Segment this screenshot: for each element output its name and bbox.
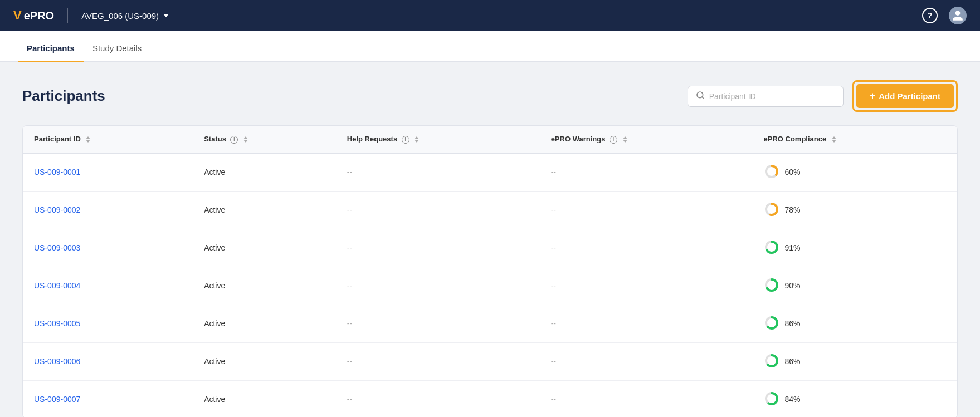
table-row: US-009-0005 Active -- -- 86% (23, 305, 957, 342)
compliance-donut-icon (764, 202, 779, 219)
cell-status: Active (193, 267, 336, 305)
compliance-value: 78% (785, 205, 801, 214)
compliance-donut-icon (764, 164, 779, 181)
cell-epro-compliance: 86% (753, 305, 957, 342)
compliance-value: 90% (785, 281, 801, 290)
cell-epro-warnings: -- (540, 267, 753, 305)
cell-participant-id: US-009-0003 (23, 229, 193, 267)
participant-link[interactable]: US-009-0007 (34, 395, 80, 404)
tab-bar: Participants Study Details (0, 31, 980, 62)
sort-icon-help-requests (415, 136, 419, 143)
study-name: AVEG_006 (US-009) (81, 11, 159, 21)
svg-line-1 (702, 97, 704, 99)
participants-table-container: Participant ID Status i Help Requests (22, 125, 958, 417)
plus-icon: + (870, 90, 876, 102)
cell-epro-warnings: -- (540, 229, 753, 267)
cell-participant-id: US-009-0002 (23, 191, 193, 229)
col-header-help-requests[interactable]: Help Requests i (336, 126, 540, 153)
help-button[interactable]: ? (922, 8, 938, 23)
table-row: US-009-0002 Active -- -- 78% (23, 191, 957, 229)
cell-epro-warnings: -- (540, 191, 753, 229)
cell-epro-compliance: 78% (753, 191, 957, 229)
cell-epro-warnings: -- (540, 153, 753, 192)
page-header: Participants + Add Participant (22, 80, 958, 112)
app-logo: V ePRO (13, 8, 54, 23)
compliance-value: 86% (785, 319, 801, 328)
cell-epro-compliance: 86% (753, 342, 957, 380)
info-icon-status: i (230, 136, 238, 144)
top-navigation: V ePRO AVEG_006 (US-009) ? (0, 0, 980, 31)
cell-help-requests: -- (336, 229, 540, 267)
cell-epro-compliance: 60% (753, 153, 957, 192)
add-participant-label: Add Participant (879, 91, 940, 101)
sort-icon-status (243, 136, 248, 143)
cell-help-requests: -- (336, 305, 540, 342)
cell-status: Active (193, 191, 336, 229)
participant-link[interactable]: US-009-0003 (34, 243, 80, 252)
col-header-status[interactable]: Status i (193, 126, 336, 153)
participant-link[interactable]: US-009-0002 (34, 205, 80, 214)
cell-epro-warnings: -- (540, 305, 753, 342)
tab-study-details[interactable]: Study Details (84, 43, 150, 62)
participant-link[interactable]: US-009-0004 (34, 281, 80, 290)
cell-status: Active (193, 380, 336, 417)
cell-help-requests: -- (336, 267, 540, 305)
compliance-donut-icon (764, 391, 779, 408)
col-header-epro-compliance[interactable]: ePRO Compliance (753, 126, 957, 153)
cell-participant-id: US-009-0004 (23, 267, 193, 305)
cell-help-requests: -- (336, 380, 540, 417)
compliance-donut-icon (764, 315, 779, 332)
cell-status: Active (193, 305, 336, 342)
search-input[interactable] (709, 92, 835, 101)
cell-participant-id: US-009-0005 (23, 305, 193, 342)
compliance-value: 86% (785, 357, 801, 366)
compliance-donut-icon (764, 353, 779, 370)
nav-divider (67, 8, 68, 23)
table-row: US-009-0006 Active -- -- 86% (23, 342, 957, 380)
compliance-value: 91% (785, 243, 801, 252)
sort-icon-epro-warnings (623, 136, 627, 143)
info-icon-help-requests: i (402, 136, 409, 144)
participant-link[interactable]: US-009-0006 (34, 357, 80, 366)
cell-status: Active (193, 342, 336, 380)
table-body: US-009-0001 Active -- -- 60% US-009-0002… (23, 153, 957, 417)
participant-link[interactable]: US-009-0005 (34, 319, 80, 328)
cell-status: Active (193, 229, 336, 267)
cell-participant-id: US-009-0001 (23, 153, 193, 192)
logo-text: ePRO (24, 9, 54, 22)
participants-table: Participant ID Status i Help Requests (23, 126, 957, 417)
participant-link[interactable]: US-009-0001 (34, 168, 80, 176)
logo-v-icon: V (13, 8, 22, 23)
table-header-row: Participant ID Status i Help Requests (23, 126, 957, 153)
cell-epro-warnings: -- (540, 342, 753, 380)
cell-participant-id: US-009-0007 (23, 380, 193, 417)
add-participant-highlight: + Add Participant (852, 80, 958, 112)
tab-participants[interactable]: Participants (18, 43, 84, 62)
cell-status: Active (193, 153, 336, 192)
avatar-icon (952, 9, 964, 22)
table-row: US-009-0007 Active -- -- 84% (23, 380, 957, 417)
user-avatar[interactable] (949, 7, 967, 24)
cell-help-requests: -- (336, 342, 540, 380)
compliance-value: 84% (785, 395, 801, 404)
search-box (688, 86, 844, 107)
add-participant-button[interactable]: + Add Participant (856, 84, 954, 108)
cell-epro-compliance: 90% (753, 267, 957, 305)
table-row: US-009-0001 Active -- -- 60% (23, 153, 957, 192)
cell-epro-warnings: -- (540, 380, 753, 417)
page-title: Participants (22, 87, 105, 105)
compliance-donut-icon (764, 239, 779, 257)
sort-icon-participant-id (86, 136, 90, 143)
sort-icon-epro-compliance (832, 136, 836, 143)
col-header-epro-warnings[interactable]: ePRO Warnings i (540, 126, 753, 153)
main-content: Participants + Add Participant (0, 62, 980, 417)
table-row: US-009-0004 Active -- -- 90% (23, 267, 957, 305)
cell-epro-compliance: 84% (753, 380, 957, 417)
cell-help-requests: -- (336, 153, 540, 192)
search-icon (696, 91, 705, 102)
cell-help-requests: -- (336, 191, 540, 229)
header-actions: + Add Participant (688, 80, 958, 112)
col-header-participant-id[interactable]: Participant ID (23, 126, 193, 153)
study-selector[interactable]: AVEG_006 (US-009) (81, 11, 169, 21)
info-icon-epro-warnings: i (610, 136, 617, 144)
